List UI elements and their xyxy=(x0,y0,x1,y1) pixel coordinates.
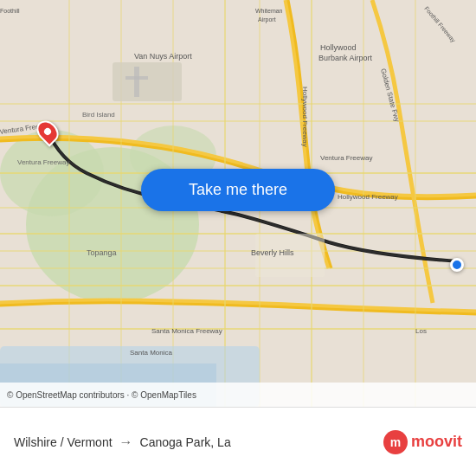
destination-label: Canoga Park, La xyxy=(140,435,231,449)
svg-text:Van Nuys Airport: Van Nuys Airport xyxy=(134,52,192,61)
svg-text:Whiteman: Whiteman xyxy=(255,8,283,14)
svg-text:Hollywood Freeway: Hollywood Freeway xyxy=(301,87,309,147)
attribution-text: © OpenStreetMap contributors · © OpenMap… xyxy=(7,390,196,400)
moovit-brand-text: moovit xyxy=(411,433,462,451)
svg-text:Beverly Hills: Beverly Hills xyxy=(251,248,294,257)
map-container: Van Nuys Airport Hollywood Burbank Airpo… xyxy=(0,0,476,407)
svg-text:Santa Monica Freeway: Santa Monica Freeway xyxy=(151,327,222,335)
svg-rect-25 xyxy=(125,76,148,80)
info-bar: Wilshire / Vermont → Canoga Park, La m m… xyxy=(0,407,476,476)
moovit-icon: m xyxy=(383,430,408,454)
svg-text:Bird Island: Bird Island xyxy=(82,111,115,119)
svg-text:Hollywood Freeway: Hollywood Freeway xyxy=(338,193,398,201)
route-info: Wilshire / Vermont → Canoga Park, La xyxy=(14,434,383,450)
route-arrow-icon: → xyxy=(119,434,133,450)
destination-marker xyxy=(450,258,464,272)
take-me-there-button[interactable]: Take me there xyxy=(141,169,335,211)
svg-text:Burbank Airport: Burbank Airport xyxy=(318,54,373,62)
svg-rect-23 xyxy=(113,62,182,101)
moovit-logo: m moovit xyxy=(383,430,462,454)
svg-text:Santa Monica: Santa Monica xyxy=(130,349,172,357)
origin-label: Wilshire / Vermont xyxy=(14,435,113,449)
svg-text:Hollywood: Hollywood xyxy=(320,43,357,52)
svg-text:Airport: Airport xyxy=(258,16,276,23)
svg-text:Ventura Freeway: Ventura Freeway xyxy=(17,158,69,166)
svg-text:Los: Los xyxy=(415,327,427,335)
svg-text:Foothill: Foothill xyxy=(0,8,20,14)
attribution-bar: © OpenStreetMap contributors · © OpenMap… xyxy=(0,383,476,407)
svg-rect-24 xyxy=(134,67,139,97)
svg-text:m: m xyxy=(390,435,401,449)
origin-marker xyxy=(38,119,57,144)
svg-text:Topanga: Topanga xyxy=(87,248,117,257)
svg-text:Ventura Freeway: Ventura Freeway xyxy=(320,154,372,162)
